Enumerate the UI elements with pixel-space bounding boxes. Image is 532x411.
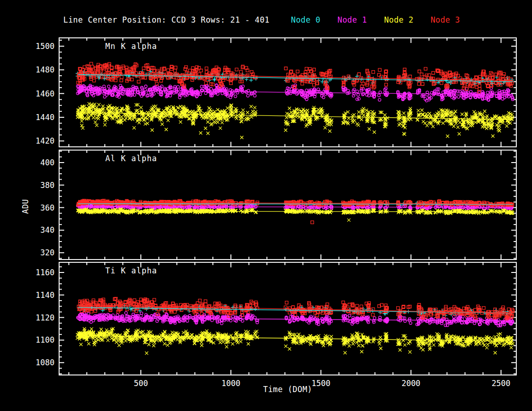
y-tick-label: 320 [40,248,54,257]
panel-al-k-alpha: 320340360380400Al K alpha [40,150,516,260]
y-tick-label: 1080 [36,358,54,367]
y-tick-label: 1480 [36,65,54,74]
y-tick-label: 400 [40,158,54,167]
panel-label: Al K alpha [105,154,157,163]
panel-ti-k-alpha: 108011001120114011605001000150020002500T… [36,262,516,388]
y-tick-label: 1100 [36,335,54,345]
plot-title: Line Center Position: CCD 3 Rows: 21 - 4… [63,15,270,24]
y-axis-label: ADU [21,199,30,214]
y-tick-label: 1460 [36,89,54,98]
y-tick-label: 380 [40,181,54,190]
y-tick-label: 340 [40,225,54,235]
series-points-node-2 [76,102,514,139]
panel-mn-k-alpha: 14201440146014801500Mn K alpha [36,38,516,147]
panel-label: Ti K alpha [105,266,157,275]
y-tick-label: 360 [40,203,54,212]
legend-node-1: Node 1 [338,15,367,24]
series-points-node-2 [76,207,514,222]
y-tick-label: 1420 [36,136,54,145]
series-points-node-3 [77,62,514,93]
line-center-plot-window: 14201440146014801500Mn K alpha3203403603… [0,0,532,411]
y-tick-label: 1140 [36,290,54,300]
y-tick-label: 1160 [36,268,54,277]
panel-label: Mn K alpha [105,42,157,51]
legend-node-0: Node 0 [291,15,320,24]
series-points-node-2 [76,327,514,355]
y-tick-label: 1120 [36,313,54,322]
legend-node-3: Node 3 [430,15,460,24]
legend: Node 0 Node 1 Node 2 Node 3 [291,15,460,24]
legend-node-2: Node 2 [384,15,414,24]
y-tick-label: 1500 [36,42,54,51]
y-tick-label: 1440 [36,113,54,122]
x-axis-label: Time (DOM) [59,385,516,394]
plot-canvas: 14201440146014801500Mn K alpha3203403603… [0,0,532,411]
